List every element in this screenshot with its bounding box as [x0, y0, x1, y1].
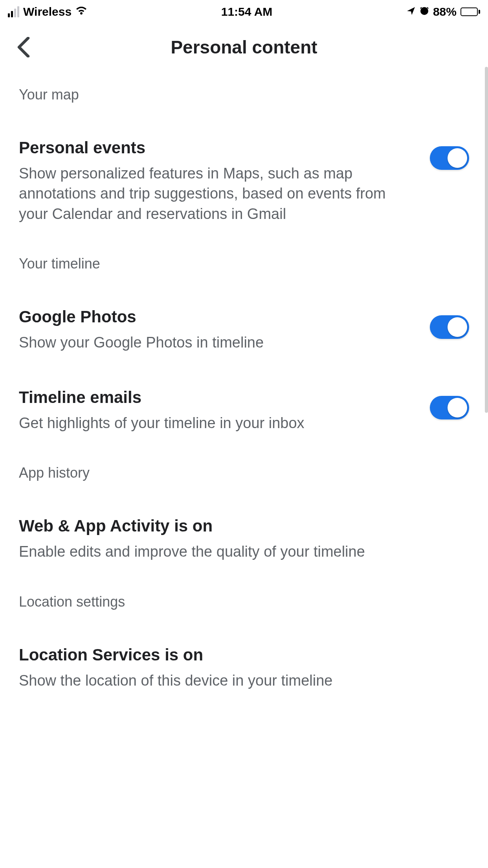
- setting-desc: Enable edits and improve the quality of …: [19, 542, 469, 562]
- chevron-left-icon: [17, 37, 31, 57]
- setting-title: Timeline emails: [19, 388, 414, 407]
- setting-desc: Show personalized features in Maps, such…: [19, 164, 414, 224]
- scroll-indicator: [485, 67, 488, 413]
- status-bar: Wireless 11:54 AM 88%: [0, 0, 488, 24]
- battery-percent: 88%: [433, 5, 457, 18]
- toggle-google-photos[interactable]: [430, 315, 469, 339]
- setting-title: Location Services is on: [19, 645, 469, 664]
- clock: 11:54 AM: [221, 5, 273, 18]
- setting-personal-events[interactable]: Personal events Show personalized featur…: [19, 138, 469, 224]
- nav-header: Personal content: [0, 24, 488, 71]
- setting-title: Google Photos: [19, 307, 414, 326]
- status-right: 88%: [406, 5, 480, 18]
- status-left: Wireless: [8, 5, 87, 18]
- alarm-icon: [420, 5, 429, 18]
- section-header-your-timeline: Your timeline: [19, 256, 469, 272]
- wifi-icon: [75, 6, 87, 18]
- setting-title: Web & App Activity is on: [19, 517, 469, 535]
- setting-title: Personal events: [19, 138, 414, 157]
- setting-desc: Get highlights of your timeline in your …: [19, 413, 414, 433]
- toggle-timeline-emails[interactable]: [430, 396, 469, 419]
- cellular-signal-icon: [8, 6, 19, 17]
- section-header-your-map: Your map: [19, 86, 469, 103]
- carrier-label: Wireless: [23, 5, 72, 18]
- page-title: Personal content: [12, 37, 476, 58]
- section-header-app-history: App history: [19, 465, 469, 481]
- toggle-personal-events[interactable]: [430, 146, 469, 170]
- section-header-location-settings: Location settings: [19, 594, 469, 610]
- setting-desc: Show the location of this device in your…: [19, 671, 469, 691]
- settings-scroll-area[interactable]: Your map Personal events Show personaliz…: [0, 71, 488, 868]
- setting-timeline-emails[interactable]: Timeline emails Get highlights of your t…: [19, 388, 469, 433]
- setting-web-app-activity[interactable]: Web & App Activity is on Enable edits an…: [19, 517, 469, 562]
- setting-google-photos[interactable]: Google Photos Show your Google Photos in…: [19, 307, 469, 353]
- battery-icon: [460, 7, 480, 16]
- location-arrow-icon: [406, 5, 416, 18]
- setting-location-services[interactable]: Location Services is on Show the locatio…: [19, 645, 469, 691]
- setting-desc: Show your Google Photos in timeline: [19, 333, 414, 353]
- back-button[interactable]: [12, 35, 35, 59]
